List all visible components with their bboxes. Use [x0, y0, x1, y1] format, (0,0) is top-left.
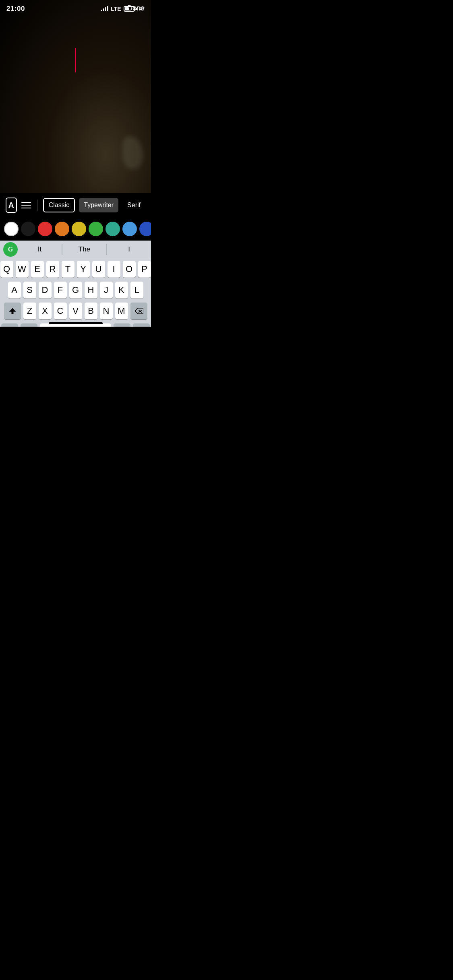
pred-word-1[interactable]: It: [18, 244, 62, 255]
key-num[interactable]: 123: [1, 323, 18, 327]
key-w[interactable]: W: [16, 261, 29, 278]
key-backspace[interactable]: [130, 303, 147, 319]
done-button[interactable]: Done: [127, 4, 145, 12]
key-b[interactable]: B: [85, 303, 97, 319]
key-row-3: Z X C V B N M: [1, 303, 150, 319]
font-style-classic[interactable]: Classic: [43, 198, 75, 212]
align-line-1: [21, 202, 31, 203]
key-row-2: A S D F G H J K L: [1, 282, 150, 299]
key-z[interactable]: Z: [23, 303, 36, 319]
font-style-serif[interactable]: Serif: [122, 198, 145, 212]
key-e[interactable]: E: [31, 261, 44, 278]
font-icon: A: [8, 201, 14, 210]
key-s[interactable]: S: [23, 282, 36, 299]
key-x[interactable]: X: [39, 303, 52, 319]
color-yellow[interactable]: [72, 222, 86, 236]
color-light-blue[interactable]: [122, 222, 137, 236]
pred-word-3[interactable]: I: [107, 244, 151, 255]
key-r[interactable]: R: [46, 261, 59, 278]
key-u[interactable]: U: [92, 261, 105, 278]
signal-bar-3: [105, 7, 106, 11]
key-n[interactable]: N: [100, 303, 113, 319]
color-black[interactable]: [21, 222, 35, 236]
classic-label: Classic: [49, 202, 70, 209]
key-o[interactable]: O: [123, 261, 136, 278]
toolbar: A Classic Typewriter Serif: [0, 193, 151, 217]
key-p[interactable]: P: [138, 261, 151, 278]
color-green[interactable]: [89, 222, 103, 236]
home-indicator: [49, 322, 103, 324]
toolbar-divider: [37, 200, 37, 211]
keyboard: G It The I Q W E R T Y U I O P A S D F G: [0, 241, 151, 327]
text-cursor: [75, 48, 76, 72]
signal-bar-2: [103, 8, 104, 11]
status-time: 21:00: [6, 5, 25, 13]
font-style-typewriter[interactable]: Typewriter: [79, 198, 118, 212]
key-v[interactable]: V: [69, 303, 82, 319]
key-shift[interactable]: [4, 303, 21, 319]
key-y[interactable]: Y: [77, 261, 90, 278]
pred-word-2[interactable]: The: [62, 244, 107, 255]
key-t[interactable]: T: [62, 261, 74, 278]
key-emoji[interactable]: ☺: [21, 323, 37, 327]
key-c[interactable]: C: [54, 303, 67, 319]
serif-label: Serif: [127, 202, 141, 209]
predictive-suggestions: It The I: [18, 244, 151, 255]
key-period[interactable]: .: [114, 323, 130, 327]
color-picker: [0, 217, 151, 241]
signal-bar-1: [101, 10, 102, 11]
key-k[interactable]: K: [115, 282, 128, 299]
key-g[interactable]: G: [69, 282, 82, 299]
key-rows: Q W E R T Y U I O P A S D F G H J K L: [0, 258, 151, 327]
color-orange[interactable]: [55, 222, 69, 236]
grammarly-button[interactable]: G: [3, 242, 18, 257]
key-f[interactable]: F: [54, 282, 67, 299]
key-j[interactable]: J: [100, 282, 113, 299]
key-a[interactable]: A: [8, 282, 21, 299]
align-line-3: [21, 208, 31, 208]
signal-bar-4: [107, 6, 108, 11]
lte-label: LTE: [111, 6, 121, 12]
grammarly-icon: G: [8, 246, 13, 253]
predictive-bar: G It The I: [0, 241, 151, 258]
key-return[interactable]: [133, 323, 150, 327]
key-h[interactable]: H: [85, 282, 97, 299]
color-red[interactable]: [38, 222, 52, 236]
viewfinder: [0, 0, 151, 193]
key-row-1: Q W E R T Y U I O P: [1, 261, 150, 278]
key-i[interactable]: I: [108, 261, 120, 278]
color-white[interactable]: [4, 222, 19, 236]
shift-icon: [8, 307, 17, 315]
color-blue[interactable]: [139, 222, 151, 236]
key-m[interactable]: M: [115, 303, 128, 319]
key-l[interactable]: L: [130, 282, 143, 299]
align-button[interactable]: [21, 198, 31, 213]
font-button[interactable]: A: [6, 198, 17, 213]
typewriter-label: Typewriter: [84, 202, 114, 209]
color-teal[interactable]: [105, 222, 120, 236]
backspace-icon: [134, 307, 143, 315]
align-line-2: [21, 205, 31, 206]
key-q[interactable]: Q: [0, 261, 13, 278]
signal-bars: [101, 6, 108, 11]
key-d[interactable]: D: [39, 282, 52, 299]
